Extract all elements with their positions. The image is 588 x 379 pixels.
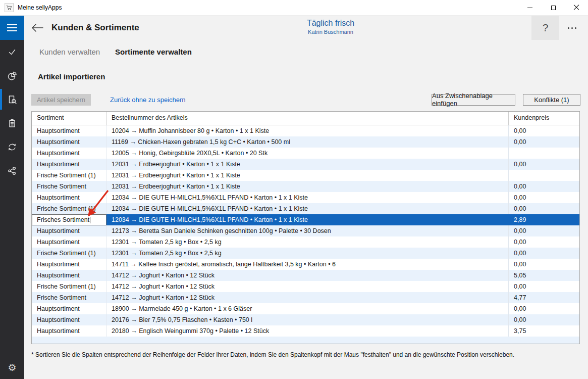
pie-chart-icon — [7, 71, 17, 81]
sortiment-cell: Hauptsortiment — [32, 148, 106, 159]
sortiment-cell: Hauptsortiment — [32, 303, 106, 314]
artikel-cell: 18900 → Marmelade 450 g • Karton • 1 x 6… — [106, 303, 509, 314]
sortiment-cell: Frische Sortiment (1) — [32, 248, 106, 259]
table-row[interactable]: Hauptsortiment18900 → Marmelade 450 g • … — [32, 303, 579, 314]
table-row[interactable]: Frische Sortiment (1)14712 → Joghurt • K… — [32, 281, 579, 292]
artikel-cell: 11169 → Chicken-Haxen gebraten 1,5 kg C+… — [106, 136, 509, 148]
preis-cell: 0,00 — [509, 236, 579, 248]
table-row[interactable]: Hauptsortiment12031 → Erdbeerjoghurt • K… — [32, 159, 579, 170]
customer-contact: Katrin Buschmann — [273, 29, 389, 35]
sidebar-item-articles[interactable] — [0, 87, 24, 111]
preis-cell — [509, 148, 579, 159]
more-icon — [568, 27, 569, 29]
sidebar-item-orders[interactable] — [0, 111, 24, 135]
table-row[interactable]: Hauptsortiment14712 → Joghurt • Karton •… — [32, 270, 579, 281]
customer-header: Täglich frisch Katrin Buschmann — [273, 16, 389, 40]
table-row[interactable]: Frische Sortiment (1)12301 → Tomaten 2,5… — [32, 248, 579, 259]
clipboard-icon — [7, 118, 17, 128]
tab-sortimente-verwalten[interactable]: Sortimente verwalten — [115, 48, 192, 56]
sortiment-cell: Frische Sortiment — [32, 181, 106, 192]
table-row[interactable]: Hauptsortiment11169 → Chicken-Haxen gebr… — [32, 136, 579, 148]
window-controls — [518, 0, 588, 15]
table-row[interactable]: Hauptsortiment12034 → DIE GUTE H-MILCH1,… — [32, 192, 579, 203]
table-empty-stripe — [32, 337, 579, 344]
close-button[interactable] — [565, 0, 588, 15]
table-row[interactable]: Hauptsortiment14711 → Kaffee frisch gerö… — [32, 259, 579, 270]
preis-cell: 0,00 — [509, 314, 579, 325]
help-button[interactable]: ? — [531, 16, 559, 40]
table-row[interactable]: Hauptsortiment12173 → Beretta San Daniel… — [32, 225, 579, 236]
preis-cell: 0,00 — [509, 159, 579, 170]
column-header-bestellnummer[interactable]: Bestellnummer des Artikels — [106, 112, 509, 125]
artikel-cell: 12005 → Honig, Gebirgsblüte 20X0,5L • Ka… — [106, 148, 509, 159]
table-row[interactable]: Frische Sortiment12031 → Erdbeerjoghurt … — [32, 181, 579, 192]
table-row[interactable]: Frisches Sortiment12034 → DIE GUTE H-MIL… — [32, 214, 579, 225]
preis-cell: 2,89 — [509, 214, 579, 225]
artikel-cell: 12031 → Erdbeerjoghurt • Karton • 1 x 1 … — [106, 159, 509, 170]
preis-cell: 5,05 — [509, 270, 579, 281]
column-header-sortiment[interactable]: Sortiment — [32, 112, 106, 125]
text-caret — [90, 217, 90, 223]
main-content: Kunden verwalten Sortimente verwalten Ar… — [24, 40, 588, 379]
sortiment-cell: Hauptsortiment — [32, 259, 106, 270]
table-row[interactable]: Hauptsortiment20176 → Bier 7,5% 0,75 Fla… — [32, 314, 579, 325]
preis-cell: 0,00 — [509, 281, 579, 292]
paste-from-clipboard-button[interactable]: Aus Zwischenablage einfügen — [432, 94, 515, 106]
article-search-icon — [7, 94, 17, 105]
sidebar-item-tasks[interactable] — [0, 40, 24, 64]
back-without-saving-link[interactable]: Zurück ohne zu speichern — [110, 96, 186, 104]
sortiment-edit-input[interactable]: Frisches Sortiment — [32, 214, 106, 225]
sidebar-item-sync[interactable] — [0, 135, 24, 159]
table-row[interactable]: Hauptsortiment12005 → Honig, Gebirgsblüt… — [32, 148, 579, 159]
minimize-button[interactable] — [518, 0, 542, 15]
sidebar-item-reports[interactable] — [0, 64, 24, 87]
sortiment-cell: Hauptsortiment — [32, 159, 106, 170]
table-row[interactable]: Hauptsortiment10204 → Muffin Johannisbee… — [32, 125, 579, 136]
table-body: Hauptsortiment10204 → Muffin Johannisbee… — [32, 125, 579, 337]
preis-cell: 0,00 — [509, 225, 579, 236]
settings-gear-icon: ⚙ — [8, 362, 16, 373]
tab-bar: Kunden verwalten Sortimente verwalten — [39, 48, 192, 56]
artikel-cell: 12031 → Erdbeerjoghurt • Karton • 1 x 1 … — [106, 170, 509, 181]
back-icon — [31, 23, 44, 32]
close-icon — [573, 5, 579, 11]
tab-kunden-verwalten[interactable]: Kunden verwalten — [39, 48, 100, 56]
sortiment-cell: Hauptsortiment — [32, 325, 106, 337]
artikel-cell: 14711 → Kaffee frisch geröstet, aromatis… — [106, 259, 509, 270]
preis-cell: 0,00 — [509, 136, 579, 148]
table-row[interactable]: Frische Sortiment (1)12031 → Erdbeerjogh… — [32, 170, 579, 181]
hamburger-menu-button[interactable] — [0, 16, 24, 40]
artikel-cell: 12031 → Erdbeerjoghurt • Karton • 1 x 1 … — [106, 181, 509, 192]
sortiment-cell: Frisches Sortiment — [32, 214, 106, 225]
settings-button[interactable]: ⚙ — [0, 358, 24, 377]
titlebar: Meine sellyApps — [0, 0, 588, 16]
sidebar-item-share[interactable] — [0, 159, 24, 182]
table-row[interactable]: Hauptsortiment20180 → Englisch Weingummi… — [32, 325, 579, 337]
sync-icon — [7, 142, 17, 152]
artikel-cell: 14712 → Joghurt • Karton • 12 Stück — [106, 281, 509, 292]
maximize-icon — [551, 6, 556, 10]
conflicts-button[interactable]: Konflikte (1) — [523, 94, 580, 106]
artikel-cell: 12034 → DIE GUTE H-MILCH1,5%6X1L PFAND •… — [106, 192, 509, 203]
table-row[interactable]: Frische Sortiment (1)12034 → DIE GUTE H-… — [32, 203, 579, 214]
sortiment-cell: Frische Sortiment — [32, 292, 106, 303]
preis-cell: 4,77 — [509, 292, 579, 303]
app-icon — [5, 3, 14, 12]
maximize-button[interactable] — [542, 0, 565, 15]
app-window: Meine sellyApps Kunden & Sortimente Tägl… — [0, 0, 588, 379]
preis-cell: 0,00 — [509, 303, 579, 314]
back-button[interactable] — [26, 16, 49, 40]
save-articles-button[interactable]: Artikel speichern — [31, 94, 91, 106]
toolbar: Artikel speichern Zurück ohne zu speiche… — [31, 93, 580, 106]
preis-cell: 3,75 — [509, 325, 579, 337]
artikel-cell: 10204 → Muffin Johannisbeer 80 g • Karto… — [106, 125, 509, 136]
sortiment-cell: Hauptsortiment — [32, 125, 106, 136]
column-header-kundenpreis[interactable]: Kundenpreis — [509, 112, 579, 125]
preis-cell — [509, 170, 579, 181]
more-button[interactable] — [561, 16, 583, 40]
sortiment-cell: Hauptsortiment — [32, 236, 106, 248]
artikel-cell: 20180 → Englisch Weingummi 370g • Palett… — [106, 325, 509, 337]
check-icon — [7, 47, 17, 57]
table-row[interactable]: Hauptsortiment12301 → Tomaten 2,5 kg • B… — [32, 236, 579, 248]
table-row[interactable]: Frische Sortiment14712 → Joghurt • Karto… — [32, 292, 579, 303]
